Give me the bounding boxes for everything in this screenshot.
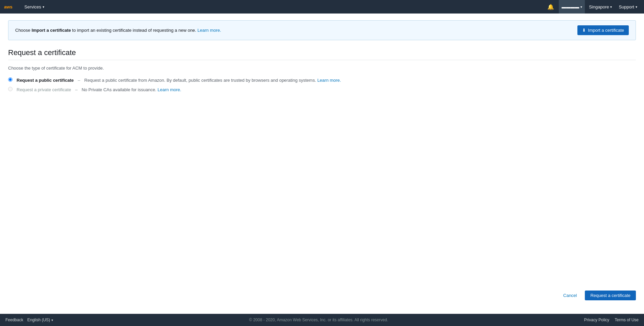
radio-option-public: Request a public certificate – Request a…	[8, 77, 636, 83]
radio-private-label[interactable]: Request a private certificate	[17, 87, 71, 92]
language-label: English (US)	[27, 318, 50, 322]
account-selector[interactable]: ▬▬▬▬ ▾	[559, 0, 585, 14]
main-content: Choose Import a certificate to import an…	[0, 14, 644, 194]
support-chevron-icon: ▾	[636, 5, 637, 9]
import-button-label: Import a certificate	[588, 28, 624, 33]
radio-public-dash: –	[78, 78, 80, 83]
services-label: Services	[24, 4, 41, 9]
aws-logo[interactable]: aws	[4, 3, 16, 10]
support-label: Support	[619, 4, 634, 9]
radio-option-private: Request a private certificate – No Priva…	[8, 87, 636, 92]
banner-learn-more-link[interactable]: Learn more.	[197, 28, 221, 33]
feedback-link[interactable]: Feedback	[5, 318, 23, 322]
services-nav[interactable]: Services ▾	[22, 0, 47, 14]
page-title: Request a certificate	[8, 48, 636, 57]
notification-bell-icon[interactable]: 🔔	[544, 4, 557, 10]
nav-right: 🔔 ▬▬▬▬ ▾ Singapore ▾ Support ▾	[544, 0, 640, 14]
account-label: ▬▬▬▬	[562, 4, 579, 9]
banner-suffix: to import an existing certificate instea…	[71, 28, 197, 33]
account-chevron-icon: ▾	[580, 5, 582, 9]
bottom-actions: Cancel Request a certificate	[0, 291, 644, 300]
region-selector[interactable]: Singapore ▾	[586, 0, 615, 14]
public-learn-more-link[interactable]: Learn more.	[317, 78, 341, 83]
request-certificate-button[interactable]: Request a certificate	[585, 291, 636, 300]
footer-left: Feedback English (US) ▾	[5, 313, 53, 326]
radio-public-input[interactable]	[8, 77, 13, 82]
top-navigation: aws Services ▾ 🔔 ▬▬▬▬ ▾ Singapore ▾ Supp…	[0, 0, 644, 14]
svg-text:aws: aws	[4, 4, 13, 9]
page-divider	[8, 60, 636, 60]
cancel-button[interactable]: Cancel	[559, 291, 581, 300]
language-selector[interactable]: English (US) ▾	[27, 313, 53, 326]
banner-bold: Import a certificate	[31, 28, 71, 33]
privacy-policy-link[interactable]: Privacy Policy	[584, 318, 610, 322]
info-banner: Choose Import a certificate to import an…	[8, 20, 636, 40]
terms-of-use-link[interactable]: Terms of Use	[615, 318, 639, 322]
footer-right: Privacy Policy Terms of Use	[584, 318, 639, 322]
banner-text: Choose Import a certificate to import an…	[15, 28, 221, 33]
footer-copyright: © 2008 - 2020, Amazon Web Services, Inc.…	[53, 318, 584, 322]
support-menu[interactable]: Support ▾	[616, 0, 640, 14]
radio-private-input[interactable]	[8, 87, 13, 91]
radio-private-dash: –	[75, 87, 77, 92]
services-chevron-icon: ▾	[43, 5, 44, 9]
banner-prefix: Choose	[15, 28, 31, 33]
page-subtitle: Choose the type of certificate for ACM t…	[8, 66, 636, 71]
region-chevron-icon: ▾	[610, 5, 612, 9]
region-label: Singapore	[589, 4, 609, 9]
radio-public-desc: Request a public certificate from Amazon…	[84, 78, 341, 83]
import-certificate-button[interactable]: ⬇ Import a certificate	[577, 25, 629, 35]
radio-public-label[interactable]: Request a public certificate	[17, 78, 74, 83]
radio-private-desc: No Private CAs available for issuance. L…	[81, 87, 181, 92]
import-icon: ⬇	[582, 28, 586, 33]
footer: Feedback English (US) ▾ © 2008 - 2020, A…	[0, 314, 644, 326]
private-learn-more-link[interactable]: Learn more.	[158, 87, 181, 92]
